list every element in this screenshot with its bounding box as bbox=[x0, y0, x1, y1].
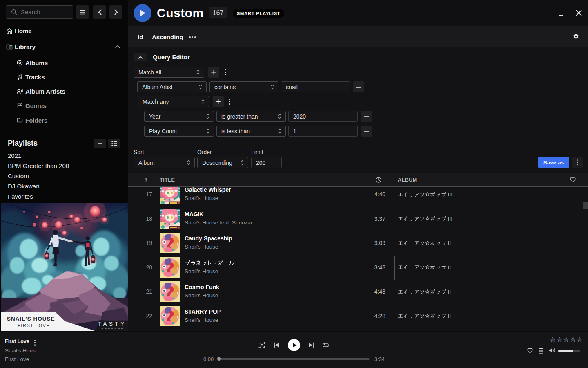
svg-text:TASTY: TASTY bbox=[98, 321, 126, 327]
svg-text:FIRST LOVE: FIRST LOVE bbox=[18, 323, 50, 328]
svg-text:SNAIL’S HOUSE: SNAIL’S HOUSE bbox=[7, 316, 55, 322]
